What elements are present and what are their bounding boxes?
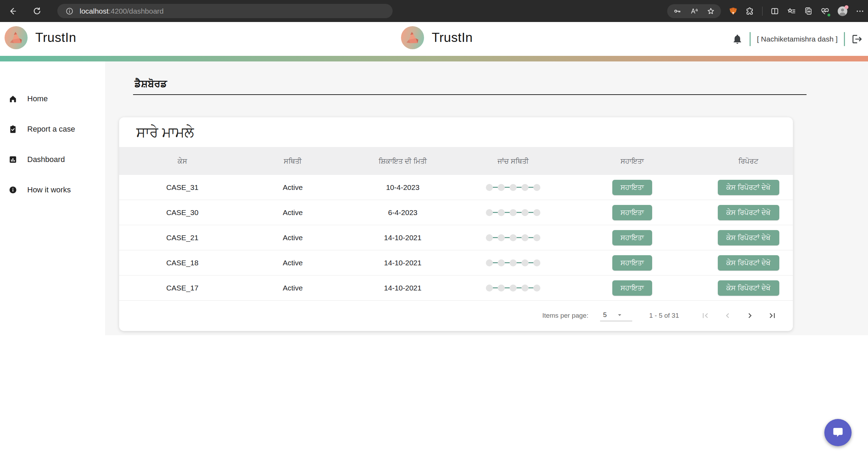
case-id: CASE_21: [119, 234, 246, 242]
complaint-date: 10-4-2023: [340, 183, 466, 192]
user-label: [ Nachiketamishra dash ]: [757, 35, 838, 43]
chat-fab[interactable]: [824, 419, 852, 446]
brand-center: TrustIn: [401, 26, 473, 49]
range-label: 1 - 5 of 31: [649, 312, 679, 319]
home-icon: [8, 94, 17, 103]
case-id: CASE_30: [119, 208, 246, 217]
brand-name: TrustIn: [432, 30, 473, 45]
case-status: Active: [246, 259, 340, 267]
view-case-reports-button[interactable]: ਕੇਸ ਰਿਪੋਰਟਾਂ ਦੇਖੋ: [718, 255, 779, 271]
table-row: CASE_17 Active 14-10-2021 ਸਹਾਇਤਾ ਕੇਸ ਰਿਪ…: [119, 275, 793, 301]
help-button[interactable]: ਸਹਾਇਤਾ: [612, 180, 652, 195]
address-bar[interactable]: localhost:4200/dashboard: [57, 4, 393, 18]
table-row: CASE_31 Active 10-4-2023 ਸਹਾਇਤਾ ਕੇਸ ਰਿਪੋ…: [119, 175, 793, 200]
complaint-date: 14-10-2021: [340, 259, 466, 267]
progress-stepper: [466, 234, 561, 241]
metamask-icon[interactable]: [729, 7, 738, 16]
browser-toolbar-icons: [667, 0, 865, 22]
sidebar-item-label: Report a case: [27, 125, 75, 134]
page-size-select[interactable]: 5: [600, 310, 632, 321]
sidebar-item-label: Dashboard: [27, 155, 65, 164]
notifications-bell-icon[interactable]: [731, 33, 743, 45]
toolbar-pill: [667, 4, 721, 18]
column-header-complaint-date: ਸ਼ਿਕਾਇਤ ਦੀ ਮਿਤੀ: [340, 157, 466, 165]
avatar-status-dot: [845, 5, 848, 9]
header-divider: [844, 32, 845, 46]
sidebar-item-home[interactable]: Home: [0, 89, 105, 109]
help-button[interactable]: ਸਹਾਇਤਾ: [612, 280, 652, 296]
case-status: Active: [246, 183, 340, 192]
case-id: CASE_31: [119, 183, 246, 192]
collections-star-icon[interactable]: [787, 7, 796, 16]
essentials-ok-badge: [827, 13, 831, 17]
sidebar: Home Report a case Dashboard How it work…: [0, 61, 105, 457]
complaint-date: 14-10-2021: [340, 284, 466, 292]
view-case-reports-button[interactable]: ਕੇਸ ਰਿਪੋਰਟਾਂ ਦੇਖੋ: [718, 205, 779, 220]
chevron-down-icon: [616, 311, 623, 319]
browser-essentials-icon[interactable]: [820, 7, 830, 16]
trustin-logo-icon: [5, 26, 28, 49]
sidebar-item-how-it-works[interactable]: How it works: [0, 180, 105, 200]
app-header: TrustIn TrustIn [ Nachiketamishra dash ]: [0, 22, 868, 56]
sidebar-item-report-a-case[interactable]: Report a case: [0, 119, 105, 139]
complaint-date: 14-10-2021: [340, 234, 466, 242]
app-window: TrustIn TrustIn [ Nachiketamishra dash ]: [0, 22, 868, 457]
table-row: CASE_30 Active 6-4-2023 ਸਹਾਇਤਾ ਕੇਸ ਰਿਪੋਰ…: [119, 200, 793, 225]
table-row: CASE_18 Active 14-10-2021 ਸਹਾਇਤਾ ਕੇਸ ਰਿਪ…: [119, 250, 793, 275]
url-host: localhost: [80, 7, 109, 15]
cases-card: ਸਾਰੇ ਮਾਮਲੇ ਕੇਸ ਸਥਿਤੀ ਸ਼ਿਕਾਇਤ ਦੀ ਮਿਤੀ ਜਾਂ…: [119, 117, 793, 331]
column-header-help: ਸਹਾਇਤਾ: [561, 157, 704, 165]
next-page-button[interactable]: [745, 310, 755, 321]
header-divider: [750, 32, 751, 46]
progress-stepper: [466, 285, 561, 292]
chat-bubble-icon: [831, 426, 845, 440]
progress-stepper: [466, 259, 561, 266]
password-key-icon[interactable]: [673, 7, 682, 16]
read-aloud-icon[interactable]: [690, 7, 699, 16]
case-status: Active: [246, 234, 340, 242]
case-status: Active: [246, 284, 340, 292]
progress-stepper: [466, 209, 561, 216]
column-header-investigation-status: ਜਾਂਚ ਸਥਿਤੀ: [466, 157, 561, 165]
brand-left: TrustIn: [5, 26, 76, 49]
logout-icon[interactable]: [851, 33, 863, 45]
trustin-logo-icon: [401, 26, 424, 49]
help-button[interactable]: ਸਹਾਇਤਾ: [612, 205, 652, 220]
refresh-icon[interactable]: [29, 3, 45, 19]
view-case-reports-button[interactable]: ਕੇਸ ਰਿਪੋਰਟਾਂ ਦੇਖੋ: [718, 230, 779, 245]
back-icon[interactable]: [5, 3, 20, 19]
view-case-reports-button[interactable]: ਕੇਸ ਰਿਪੋਰਟਾਂ ਦੇਖੋ: [718, 280, 779, 296]
column-header-status: ਸਥਿਤੀ: [246, 157, 340, 165]
profile-avatar[interactable]: [837, 6, 848, 16]
sidebar-item-label: How it works: [27, 185, 71, 194]
help-button[interactable]: ਸਹਾਇਤਾ: [612, 255, 652, 271]
page-size-value: 5: [603, 311, 607, 319]
site-info-icon[interactable]: [65, 7, 74, 16]
screen: localhost:4200/dashboard: [0, 0, 868, 457]
column-header-report: ਰਿਪੋਰਟ: [704, 157, 793, 165]
help-button[interactable]: ਸਹਾਇਤਾ: [612, 230, 652, 245]
more-icon[interactable]: [855, 7, 865, 16]
column-header-case: ਕੇਸ: [119, 157, 246, 165]
favorite-star-icon[interactable]: [706, 7, 715, 16]
last-page-button[interactable]: [767, 310, 778, 321]
toolbar-divider: [762, 7, 763, 16]
progress-stepper: [466, 184, 561, 191]
view-case-reports-button[interactable]: ਕੇਸ ਰਿਪੋਰਟਾਂ ਦੇਖੋ: [718, 180, 779, 195]
case-id: CASE_18: [119, 259, 246, 267]
first-page-button[interactable]: [700, 310, 710, 321]
split-screen-icon[interactable]: [770, 7, 779, 16]
extensions-icon[interactable]: [745, 7, 754, 16]
items-per-page-label: Items per page:: [542, 312, 588, 319]
dashboard-icon: [8, 155, 17, 164]
brand-name: TrustIn: [35, 30, 76, 45]
sidebar-item-dashboard[interactable]: Dashboard: [0, 150, 105, 169]
card-title: ਸਾਰੇ ਮਾਮਲੇ: [136, 124, 194, 140]
table-row: CASE_21 Active 14-10-2021 ਸਹਾਇਤਾ ਕੇਸ ਰਿਪ…: [119, 225, 793, 250]
page-title: ਡੈਸ਼ਬੋਰਡ: [134, 78, 167, 90]
url-text: localhost:4200/dashboard: [74, 7, 164, 15]
collections-add-icon[interactable]: [804, 7, 813, 16]
page-title-rule: [133, 94, 807, 95]
previous-page-button[interactable]: [722, 310, 733, 321]
info-icon: [8, 185, 17, 194]
